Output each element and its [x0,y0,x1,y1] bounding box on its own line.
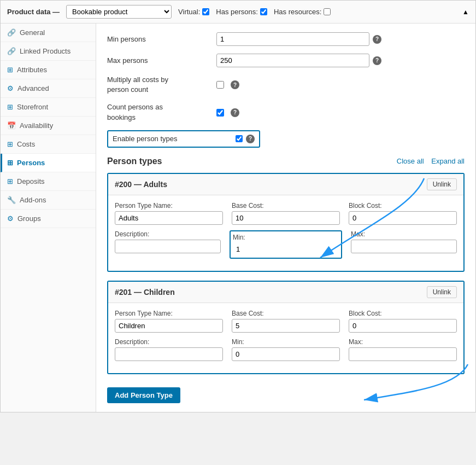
gear-icon: ⚙ [7,84,14,92]
product-type-select[interactable]: Simple productGrouped productExternal/Af… [66,5,172,19]
children-max-input[interactable] [349,347,457,361]
adults-max-input[interactable] [351,240,457,253]
children-fields: Person Type Name: Base Cost: Block Cost: [108,303,463,373]
adults-description-input[interactable] [115,240,221,253]
person-types-container: #200 — Adults Unlink Person Type Name: B… [107,173,465,374]
sidebar-label-attributes: Attributes [17,66,47,74]
max-persons-input[interactable] [216,54,369,67]
add-person-type-button[interactable]: Add Person Type [107,387,180,403]
min-persons-help-icon: ? [373,35,381,44]
sidebar-item-costs[interactable]: ⊞ Costs [1,135,96,154]
adults-min-group: Min: [230,230,342,259]
adults-block-cost-label: Block Cost: [349,202,457,210]
sidebar-label-storefront: Storefront [17,103,48,111]
multiply-costs-row: Multiply all costs byperson count ? [107,75,465,95]
person-type-card-children: #201 — Children Unlink Person Type Name:… [107,281,465,374]
min-persons-row: Min persons ? [107,32,465,46]
sidebar-item-attributes[interactable]: ⊞ Attributes [1,61,96,79]
sidebar-item-linked-products[interactable]: 🔗 Linked Products [1,42,96,61]
sidebar-item-deposits[interactable]: ⊞ Deposits [1,172,96,191]
adults-block-cost-input[interactable] [349,211,457,225]
adults-unlink-button[interactable]: Unlink [427,178,457,190]
children-base-cost-group: Base Cost: [232,310,340,333]
sidebar-label-advanced: Advanced [17,84,49,92]
gear-icon-2: ⚙ [7,214,14,223]
wrench-icon: 🔧 [7,196,16,204]
sidebar-item-addons[interactable]: 🔧 Add-ons [1,191,96,210]
children-block-cost-input[interactable] [349,319,457,333]
person-type-card-adults: #200 — Adults Unlink Person Type Name: B… [107,173,465,272]
sidebar-item-availability[interactable]: 📅 Availability [1,117,96,135]
has-persons-checkbox[interactable] [260,8,267,15]
grid-icon-5: ⊞ [7,177,13,185]
sidebar-item-groups[interactable]: ⚙ Groups [1,210,96,228]
has-resources-label: Has resources: [274,8,321,16]
count-persons-label: Count persons asbookings [107,102,216,122]
children-title: #201 — Children [115,288,175,297]
max-persons-help-icon: ? [373,56,381,65]
product-data-body: 🔗 General 🔗 Linked Products ⊞ Attributes [1,24,475,412]
has-persons-label: Has persons: [216,8,258,16]
adults-row-2: Description: Min: Max: [115,230,457,259]
adults-name-input[interactable] [115,211,223,225]
children-base-cost-input[interactable] [232,319,340,333]
sidebar-label-costs: Costs [17,140,35,148]
min-persons-input[interactable] [216,32,369,46]
children-row-1: Person Type Name: Base Cost: Block Cost: [115,310,457,333]
sidebar-item-general[interactable]: 🔗 General [1,24,96,42]
adults-name-group: Person Type Name: [115,202,223,225]
children-name-group: Person Type Name: [115,310,223,333]
grid-icon-3: ⊞ [7,140,13,148]
has-persons-option: Has persons: [216,8,267,16]
children-description-input[interactable] [115,347,223,361]
link-icon: 🔗 [7,28,16,37]
calendar-icon: 📅 [7,121,16,130]
collapse-button[interactable]: ▲ [462,8,469,16]
grid-icon: ⊞ [7,66,13,74]
grid-icon-2: ⊞ [7,103,13,111]
sidebar-item-persons[interactable]: ⊞ Persons [1,154,96,172]
virtual-checkbox[interactable] [202,8,209,15]
children-row-2: Description: Min: Max: [115,338,457,361]
children-unlink-button[interactable]: Unlink [427,286,457,298]
children-min-group: Min: [232,338,340,361]
adults-title: #200 — Adults [115,180,167,189]
sidebar-item-storefront[interactable]: ⊞ Storefront [1,98,96,117]
max-persons-label: Max persons [107,56,216,65]
virtual-option: Virtual: [178,8,209,16]
panel-title: Product data — [7,8,60,16]
min-persons-label: Min persons [107,35,216,43]
sidebar-label-deposits: Deposits [17,177,45,185]
children-min-input[interactable] [232,347,340,361]
multiply-costs-help-icon: ? [231,80,239,89]
adults-card-header: #200 — Adults Unlink [108,174,463,195]
adults-description-label: Description: [115,230,221,238]
children-name-input[interactable] [115,319,223,333]
grid-icon-4: ⊞ [7,159,13,167]
has-resources-checkbox[interactable] [324,8,331,15]
children-card-header: #201 — Children Unlink [108,282,463,303]
children-description-label: Description: [115,338,223,346]
sidebar-item-advanced[interactable]: ⚙ Advanced [1,79,96,98]
max-persons-row: Max persons ? [107,54,465,67]
count-persons-checkbox[interactable] [216,109,224,117]
enable-person-types-checkbox[interactable] [236,135,243,142]
adults-base-cost-input[interactable] [232,211,340,225]
expand-all-link[interactable]: Expand all [431,157,465,165]
adults-name-label: Person Type Name: [115,202,223,210]
enable-person-types-label: Enable person types [113,135,178,143]
children-max-group: Max: [349,338,457,361]
sidebar-label-groups: Groups [17,214,41,223]
children-description-group: Description: [115,338,223,361]
adults-base-cost-group: Base Cost: [232,202,340,225]
multiply-costs-checkbox[interactable] [216,81,224,89]
close-all-link[interactable]: Close all [397,157,424,165]
enable-person-types-row: Enable person types ? [107,130,260,148]
count-persons-row: Count persons asbookings ? [107,102,465,122]
children-max-label: Max: [349,338,457,346]
children-block-cost-group: Block Cost: [349,310,457,333]
adults-min-input[interactable] [233,243,339,255]
sidebar-label-persons: Persons [17,159,45,167]
count-persons-help-icon: ? [231,108,239,117]
children-name-label: Person Type Name: [115,310,223,317]
